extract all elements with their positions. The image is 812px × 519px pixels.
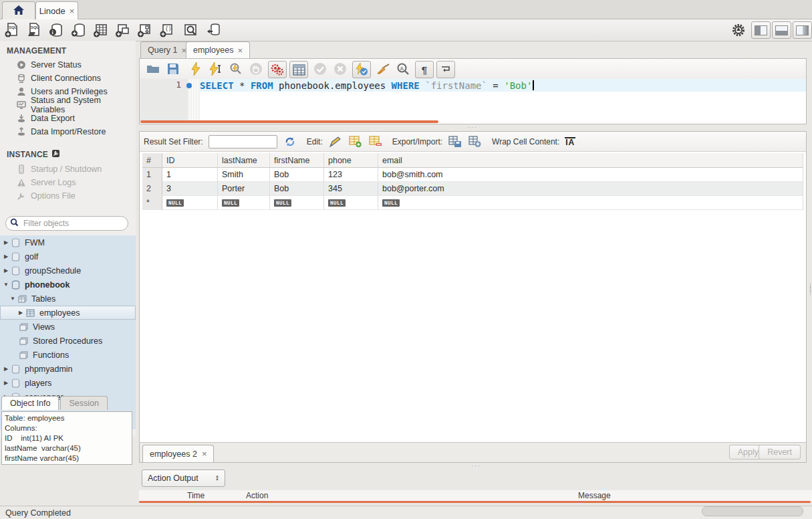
- toggle-left-sidebar-button[interactable]: [751, 21, 771, 39]
- commit-button[interactable]: [312, 61, 328, 77]
- edit-record-icon[interactable]: [328, 135, 343, 148]
- spinner-icon[interactable]: ▲▼: [215, 475, 219, 482]
- inspect-database-button[interactable]: i: [47, 21, 65, 39]
- schema-tree-item-functions[interactable]: Functions: [0, 348, 136, 362]
- toggle-bottom-panel-button[interactable]: [772, 21, 791, 39]
- column-header-phone[interactable]: phone: [324, 153, 378, 168]
- splitter-grip[interactable]: ···: [471, 464, 481, 467]
- home-tab[interactable]: [2, 1, 35, 19]
- column-header-firstname[interactable]: firstName: [270, 153, 324, 168]
- create-table-button[interactable]: [92, 21, 110, 39]
- output-selector[interactable]: Action Output ▲▼: [142, 470, 225, 487]
- action-col-duration[interactable]: Duration / Fetch: [807, 491, 812, 500]
- create-procedure-button[interactable]: [136, 21, 154, 39]
- chevron-down-icon[interactable]: ▼: [9, 296, 16, 302]
- chevron-right-icon[interactable]: ▶: [3, 366, 9, 372]
- limit-rows-button[interactable]: [289, 61, 308, 78]
- chevron-right-icon[interactable]: ▶: [3, 253, 9, 260]
- toggle-right-sidebar-button[interactable]: [793, 21, 812, 39]
- create-function-button[interactable]: {): [158, 21, 176, 39]
- schema-tree-item-stored-procedures[interactable]: Stored Procedures: [0, 334, 136, 348]
- reconnect-dbms-button[interactable]: [205, 21, 223, 39]
- export-recordset-icon[interactable]: [448, 135, 462, 148]
- close-icon[interactable]: ×: [70, 6, 75, 16]
- chevron-down-icon[interactable]: ▼: [3, 282, 9, 288]
- close-icon[interactable]: ×: [237, 45, 243, 56]
- rollback-button[interactable]: [332, 61, 348, 77]
- open-sql-script-button[interactable]: SQL: [25, 21, 43, 39]
- null-badge[interactable]: NULL: [382, 199, 400, 207]
- action-col-message[interactable]: Message: [573, 491, 807, 500]
- schema-tree-item-views[interactable]: Views: [0, 320, 136, 334]
- schema-tree-item-groupschedule[interactable]: ▶ groupSchedule: [0, 264, 136, 278]
- result-row-1[interactable]: 1 1 Smith Bob 123 bob@smith.com: [142, 168, 803, 182]
- save-script-button[interactable]: [165, 61, 181, 77]
- search-table-data-button[interactable]: [181, 21, 200, 39]
- schema-tree-item-golf[interactable]: ▶ golf: [0, 249, 136, 264]
- tab-employees[interactable]: employees ×: [186, 41, 250, 58]
- tab-session[interactable]: Session: [60, 396, 107, 410]
- chevron-right-icon[interactable]: ▶: [3, 268, 9, 274]
- sql-code-area[interactable]: SELECT * FROM phonebook.employees WHERE …: [140, 79, 806, 122]
- result-row-2[interactable]: 2 3 Porter Bob 345 bob@porter.com: [142, 182, 803, 196]
- splitter-grip[interactable]: ···: [468, 126, 478, 128]
- sidebar-item-status-system-variables[interactable]: Status and System Variables: [0, 98, 136, 112]
- right-splitter-grip[interactable]: ⋮⋮⋮: [807, 284, 810, 296]
- result-new-row[interactable]: * NULL NULL NULL NULL NULL: [142, 196, 803, 210]
- open-script-button[interactable]: [145, 61, 161, 77]
- horizontal-scrollbar-thumb[interactable]: [702, 506, 803, 516]
- execute-button[interactable]: [188, 61, 204, 77]
- sidebar-item-server-status[interactable]: Server Status: [0, 58, 136, 72]
- action-col-action[interactable]: Action: [241, 491, 573, 500]
- execute-current-statement-button[interactable]: [208, 61, 224, 77]
- preferences-gear-icon[interactable]: [729, 21, 748, 39]
- null-badge[interactable]: NULL: [166, 199, 184, 207]
- refresh-icon[interactable]: [283, 135, 297, 148]
- create-view-button[interactable]: [114, 21, 132, 39]
- column-header-rownum[interactable]: #: [142, 153, 162, 168]
- toggle-stop-on-error-button[interactable]: [268, 61, 287, 78]
- action-col-time[interactable]: Time: [182, 491, 241, 500]
- sidebar-item-server-logs[interactable]: Server Logs: [0, 176, 136, 189]
- import-recordset-icon[interactable]: [468, 135, 483, 148]
- stop-button[interactable]: [248, 61, 264, 77]
- column-header-id[interactable]: ID: [162, 153, 218, 168]
- insert-row-icon[interactable]: [348, 135, 363, 148]
- schema-tree-item-phonebook[interactable]: ▼ phonebook: [0, 278, 136, 292]
- find-button[interactable]: A: [395, 61, 411, 77]
- beautify-button[interactable]: [375, 61, 391, 77]
- result-filter-input[interactable]: [209, 135, 277, 148]
- schema-tree-item-tables[interactable]: ▼ Tables: [0, 292, 136, 306]
- null-badge[interactable]: NULL: [328, 199, 346, 207]
- tab-object-info[interactable]: Object Info: [1, 396, 59, 410]
- schema-tree-item-employees[interactable]: ▶ employees: [0, 306, 136, 320]
- create-schema-button[interactable]: [70, 21, 88, 39]
- chevron-right-icon[interactable]: ▶: [3, 239, 9, 245]
- editor-horizontal-scrollbar[interactable]: [140, 120, 438, 123]
- delete-row-icon[interactable]: [368, 135, 383, 148]
- schema-tree-item-phpmyadmin[interactable]: ▶ phpmyadmin: [0, 362, 136, 376]
- connection-tab[interactable]: Linode ×: [35, 1, 78, 19]
- sql-line-1[interactable]: SELECT * FROM phonebook.employees WHERE …: [200, 79, 806, 92]
- sidebar-item-options-file[interactable]: Options File: [0, 189, 136, 203]
- column-header-lastname[interactable]: lastName: [218, 153, 270, 168]
- show-invisibles-button[interactable]: ¶: [415, 61, 434, 78]
- null-badge[interactable]: NULL: [274, 199, 291, 207]
- column-header-email[interactable]: email: [378, 153, 803, 168]
- null-badge[interactable]: NULL: [222, 199, 239, 207]
- new-sql-tab-button[interactable]: SQL: [3, 21, 21, 39]
- action-output-scrollbar[interactable]: [139, 501, 811, 503]
- sidebar-item-data-import[interactable]: Data Import/Restore: [0, 125, 136, 138]
- explain-button[interactable]: [228, 61, 244, 77]
- schema-filter-input[interactable]: [22, 218, 128, 229]
- chevron-right-icon[interactable]: ▶: [3, 380, 9, 386]
- chevron-right-icon[interactable]: ▶: [17, 310, 24, 316]
- toggle-autocommit-button[interactable]: [352, 61, 371, 78]
- sidebar-item-startup-shutdown[interactable]: Startup / Shutdown: [0, 163, 136, 176]
- wrap-cell-content-icon[interactable]: IA: [565, 137, 575, 146]
- toggle-wrap-button[interactable]: [436, 61, 455, 78]
- schema-tree-item-players[interactable]: ▶ players: [0, 376, 136, 390]
- tab-employees-2[interactable]: employees 2 ×: [142, 445, 214, 462]
- schema-tree-item-fwm[interactable]: ▶ FWM: [0, 235, 136, 249]
- revert-button[interactable]: Revert: [759, 445, 801, 459]
